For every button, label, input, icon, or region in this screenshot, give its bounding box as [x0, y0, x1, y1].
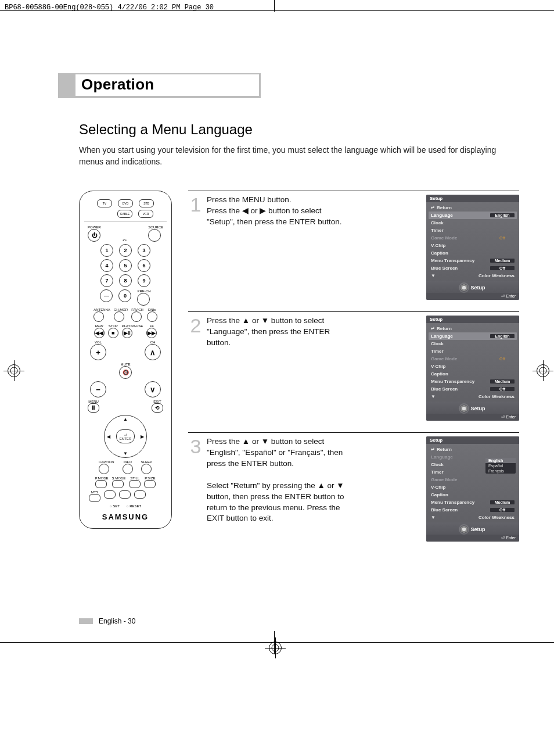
- osd-item-menutrans: Menu Transparency: [431, 258, 474, 263]
- favch-button: [131, 311, 142, 322]
- osd-item-menutrans: Menu Transparency: [431, 379, 474, 384]
- sleep-label: SLEEP: [141, 460, 152, 464]
- steps-column: 1 Press the MENU button. Press the ◀ or …: [188, 191, 519, 553]
- osd-item-caption: Caption: [431, 492, 448, 497]
- mode-cable-button: CABLE: [117, 210, 132, 218]
- osd-item-clock: Clock: [431, 220, 444, 225]
- rew-label: REW: [94, 324, 105, 328]
- prech-label: PRE-CH: [137, 289, 150, 293]
- osd-footer: Setup: [426, 522, 519, 535]
- num-8: 8: [119, 274, 132, 287]
- lang-option: Français: [485, 468, 516, 474]
- osd-value: Medium: [490, 500, 515, 504]
- mode-stb-button: STB: [139, 199, 154, 207]
- dpad: ▲ ▼ ◀ ▶ ⏎ENTER: [104, 415, 147, 458]
- antenna-button: [93, 311, 104, 322]
- osd-value: Medium: [490, 259, 515, 263]
- osd-item-gamemode: Game Mode: [431, 356, 457, 361]
- osd-screenshot: Setup Return LanguageEnglish Clock Timer…: [426, 195, 519, 300]
- step-row: 3 Press the ▲ or ▼ button to select "Eng…: [188, 432, 519, 542]
- osd-value: Off: [490, 508, 515, 512]
- blank-button: [119, 490, 131, 499]
- num-6: 6: [138, 259, 150, 272]
- reset-label: RESET: [129, 504, 141, 508]
- menu-button: Ⅲ: [88, 403, 99, 413]
- left-arrow-icon: ◀: [107, 434, 110, 439]
- num-7: 7: [100, 274, 113, 287]
- osd-item-bluescreen: Blue Screen: [431, 266, 458, 271]
- osd-value: Off: [490, 236, 515, 240]
- osd-item-language: Language: [431, 213, 453, 218]
- osd-screenshot: Setup Return LanguageEnglish Clock Timer…: [426, 316, 519, 421]
- section-header-bar: Operation: [58, 73, 519, 98]
- info-label: INFO: [123, 460, 133, 464]
- exit-label: EXIT: [152, 400, 163, 403]
- return-item: Return: [431, 326, 452, 331]
- registration-mark-icon: [533, 360, 553, 381]
- osd-item-clock: Clock: [431, 341, 444, 346]
- footer-accent: [79, 618, 93, 624]
- osd-title: Setup: [426, 195, 519, 202]
- exit-button: ⟲: [152, 403, 163, 413]
- source-button: [148, 229, 161, 242]
- num-2: 2: [119, 244, 132, 257]
- caption-label: CAPTION: [99, 460, 114, 464]
- still-label: STILL: [129, 476, 141, 480]
- prech-button: [137, 293, 150, 306]
- num-4: 4: [100, 259, 113, 272]
- remote-illustration: TV DVD STB CABLE VCR POWER ⏻ •°• SOURCE: [79, 191, 172, 529]
- caption-button: [99, 464, 109, 474]
- section-title: Operation: [75, 73, 261, 98]
- num-9: 9: [138, 274, 150, 287]
- step-number: 1: [188, 195, 203, 300]
- enter-button: ⏎ENTER: [116, 429, 135, 443]
- page: Operation Selecting a Menu Language When…: [0, 15, 554, 672]
- lang-option: Español: [485, 463, 516, 468]
- down-arrow-icon: ▼: [123, 451, 128, 456]
- power-icon: ⏻: [92, 232, 97, 238]
- page-subtitle: Selecting a Menu Language: [79, 121, 519, 138]
- vol-label: VOL: [90, 341, 106, 344]
- ff-button: ▶▶: [146, 328, 157, 338]
- num-5: 5: [119, 259, 132, 272]
- osd-value: English: [490, 334, 515, 338]
- step-text: Press the ▲ or ▼ button to select "Langu…: [207, 316, 346, 349]
- return-item: Return: [431, 447, 452, 452]
- osd-title: Setup: [426, 436, 519, 444]
- vol-down-button: −: [90, 381, 106, 397]
- osd-item-gamemode: Game Mode: [431, 235, 457, 241]
- crop-mark-header: BP68-00588G-00Eng(028~055) 4/22/06 2:02 …: [0, 0, 554, 15]
- blank-button: [104, 490, 116, 499]
- psize-label: P.SIZE: [144, 476, 156, 480]
- ch-label: CH: [145, 341, 161, 344]
- osd-item-clock: Clock: [431, 462, 444, 467]
- mode-tv-button: TV: [97, 199, 112, 207]
- power-label: POWER: [88, 225, 101, 229]
- step-text: Press the MENU button. Press the ◀ or ▶ …: [207, 195, 346, 228]
- osd-value: Off: [490, 357, 515, 361]
- ff-label: FF: [146, 324, 157, 328]
- osd-item-menutrans: Menu Transparency: [431, 500, 474, 505]
- dash-button: —: [100, 289, 113, 302]
- lang-option: English: [485, 458, 516, 463]
- num-3: 3: [138, 244, 150, 257]
- osd-item-vchip: V-Chip: [431, 485, 445, 490]
- vol-up-button: +: [90, 344, 106, 360]
- osd-screenshot: Setup Return Language Clock Timer Game M…: [426, 436, 519, 542]
- gear-icon: [460, 404, 468, 413]
- mts-button: [89, 494, 100, 502]
- intro-text: When you start using your television for…: [79, 145, 519, 167]
- play-button: ▶II: [122, 328, 132, 338]
- crop-line: [0, 642, 554, 643]
- osd-enter-hint: Enter: [426, 535, 519, 542]
- osd-enter-hint: Enter: [426, 293, 519, 300]
- play-label: PLAY/PAUSE: [122, 324, 143, 328]
- blank-button: [134, 490, 146, 499]
- section-header-accent: [58, 73, 75, 98]
- dnie-label: DNIe: [147, 308, 157, 311]
- still-button: [129, 480, 141, 488]
- brand-label: SAMSUNG: [84, 513, 167, 521]
- dnie-button: [147, 311, 157, 322]
- mode-vcr-button: VCR: [138, 210, 153, 218]
- step-text: Press the ▲ or ▼ button to select "Engli…: [207, 436, 346, 524]
